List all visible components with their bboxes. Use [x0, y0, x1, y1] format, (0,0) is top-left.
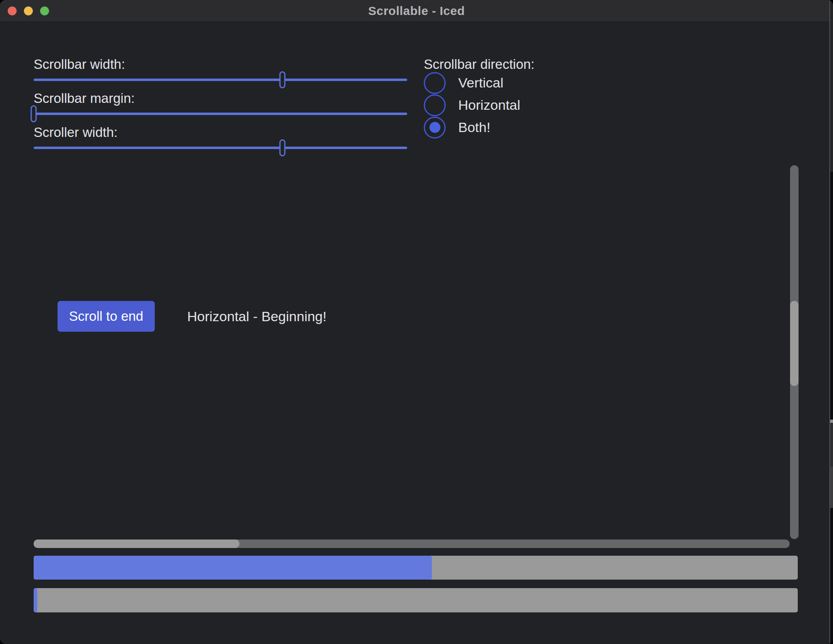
progress-fill — [34, 556, 432, 580]
slider-rail[interactable] — [34, 79, 407, 81]
traffic-lights — [8, 0, 49, 21]
scroller-width-slider[interactable] — [34, 139, 407, 156]
radio-option-label: Horizontal — [458, 97, 520, 113]
horizontal-progress-bar — [34, 556, 798, 580]
progress-fill — [34, 588, 37, 612]
right-edge-segment — [830, 423, 833, 467]
right-edge-tick — [830, 420, 833, 423]
scrollbar-width-slider[interactable] — [34, 71, 407, 88]
slider-handle[interactable] — [280, 71, 286, 88]
scrollbar-margin-label: Scrollbar margin: — [34, 91, 135, 106]
minimize-button[interactable] — [24, 6, 33, 15]
radio-selected-dot — [429, 122, 440, 133]
radio-option-vertical[interactable]: Vertical — [424, 72, 534, 94]
radio-option-label: Both! — [458, 119, 490, 135]
radio-option-both[interactable]: Both! — [424, 116, 534, 139]
radio-option-label: Vertical — [458, 75, 504, 91]
radio-circle-icon[interactable] — [424, 72, 446, 94]
slider-handle[interactable] — [280, 139, 286, 156]
horizontal-scrollbar-track[interactable] — [34, 540, 790, 548]
scrollbar-direction-label: Scrollbar direction: — [424, 57, 534, 72]
scrollbar-width-label: Scrollbar width: — [34, 57, 125, 72]
scrollbar-margin-slider[interactable] — [34, 105, 407, 122]
slider-handle[interactable] — [31, 105, 37, 122]
scroll-status-text: Horizontal - Beginning! — [187, 301, 327, 332]
right-edge-segment — [830, 0, 833, 172]
vertical-progress-bar — [34, 588, 798, 612]
vertical-scrollbar-thumb[interactable] — [790, 301, 799, 386]
radio-option-horizontal[interactable]: Horizontal — [424, 94, 534, 116]
scroll-to-end-button[interactable]: Scroll to end — [58, 301, 155, 332]
scroller-width-label: Scroller width: — [34, 125, 117, 140]
close-button[interactable] — [8, 6, 17, 15]
scrollbar-direction-group: Scrollbar direction: Vertical Horizontal… — [424, 57, 534, 139]
slider-rail[interactable] — [34, 113, 407, 115]
zoom-button[interactable] — [40, 6, 49, 15]
slider-rail[interactable] — [34, 147, 407, 149]
radio-circle-icon[interactable] — [424, 94, 446, 116]
horizontal-scrollbar-thumb[interactable] — [34, 540, 239, 548]
right-edge-segment — [830, 467, 833, 508]
radio-circle-icon[interactable] — [424, 117, 446, 139]
vertical-scrollbar-track[interactable] — [790, 165, 799, 539]
app-window: Scrollable - Iced Scrollbar width: Scrol… — [0, 0, 833, 644]
titlebar: Scrollable - Iced — [0, 0, 833, 22]
window-title: Scrollable - Iced — [368, 4, 465, 18]
